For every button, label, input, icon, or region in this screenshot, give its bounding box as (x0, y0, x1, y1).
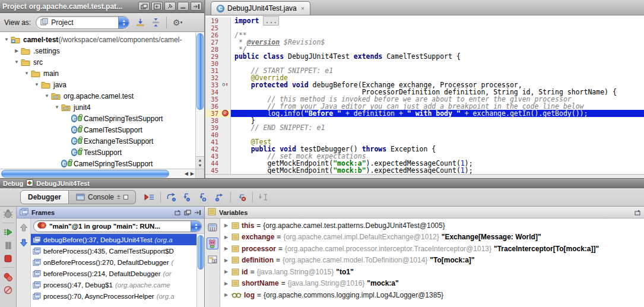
frame-row[interactable]: debugBefore():37, DebugJUnit4Test (org.a (31, 234, 196, 245)
expand-arrow-icon[interactable]: ▶ (223, 246, 229, 251)
chevron-down-icon[interactable]: ▼ (33, 82, 41, 87)
frames-vertical-scrollbar[interactable] (196, 234, 204, 307)
scrollbar-arrows[interactable]: ▲▼ (196, 156, 204, 169)
float-small-icon[interactable] (123, 195, 128, 200)
scrollbar-thumb[interactable] (198, 235, 204, 270)
tree-item-src[interactable]: ▼src (0, 56, 195, 68)
tree-item-camel-test[interactable]: ▼camel-test (/workspace/camel/components… (0, 34, 195, 45)
variable-row-shortName[interactable]: ▶shortName = {java.lang.String@1016}"moc… (220, 278, 644, 290)
hide-right-icon[interactable] (194, 210, 201, 216)
chevron-down-icon[interactable]: ▼ (43, 93, 51, 99)
select-stepper-icon[interactable]: ▲▼ (118, 17, 129, 29)
thread-select[interactable]: "main"@1 in group "main": RUN... ▲▼ (33, 220, 202, 232)
evaluate-expression-icon[interactable] (207, 221, 218, 233)
float-window-icon[interactable] (184, 210, 191, 216)
editor-gutter[interactable] (221, 88, 231, 96)
breakpoint-icon[interactable]: ✓ (222, 110, 229, 116)
editor-gutter[interactable] (221, 53, 231, 60)
variable-row-this[interactable]: ▶this = {org.apache.camel.test.patterns.… (220, 220, 644, 232)
editor-horizontal-scrollbar[interactable] (205, 174, 644, 178)
frame-row[interactable]: process():70, AsyncProcessorHelper (org.… (31, 290, 196, 302)
editor-gutter[interactable] (221, 167, 231, 174)
select-stepper-icon[interactable]: ▲▼ (191, 221, 201, 232)
frame-row[interactable]: beforeProcess():435, CamelTestSupport$D (31, 245, 196, 257)
mute-breakpoints-icon[interactable] (2, 284, 14, 295)
project-horizontal-scrollbar[interactable]: ◀▶ (0, 169, 195, 178)
restore-icon[interactable] (175, 210, 181, 216)
variable-row-id[interactable]: ▶id = {java.lang.String@1015}"to1" (220, 266, 644, 278)
tree-item-junit4[interactable]: ▼junit4 (0, 102, 195, 113)
view-breakpoints-icon[interactable] (2, 271, 14, 282)
settings-gear-icon[interactable]: ⚙▾ (172, 17, 183, 29)
override-method-icon[interactable]: o↑ (222, 81, 229, 88)
tree-item-camelspringtestsupport[interactable]: CCamelSpringTestSupport (0, 113, 195, 124)
expand-arrow-icon[interactable]: ▶ (223, 235, 229, 240)
resume-icon[interactable] (2, 227, 14, 238)
frame-down-icon[interactable] (20, 238, 28, 247)
editor-gutter[interactable] (221, 117, 231, 124)
editor-gutter[interactable] (221, 60, 231, 67)
editor-gutter[interactable] (221, 96, 231, 103)
editor-gutter[interactable] (221, 39, 231, 46)
scrollbar-arrows[interactable]: ◀▶ (185, 169, 194, 178)
hide-right-icon[interactable] (191, 2, 202, 11)
show-execution-point-icon[interactable] (144, 192, 155, 202)
step-over-icon[interactable] (166, 192, 177, 202)
force-step-into-icon[interactable]: ! (198, 192, 209, 202)
project-vertical-scrollbar[interactable]: ▲▼ (195, 32, 204, 169)
variable-row-log[interactable]: ▶log = {org.apache.commons.logging.impl.… (220, 289, 644, 301)
expand-arrow-icon[interactable]: ▶ (223, 292, 229, 297)
editor-gutter[interactable] (221, 145, 231, 153)
expand-arrow-icon[interactable]: ▶ (223, 223, 229, 228)
editor-gutter[interactable] (221, 153, 231, 160)
editor-gutter[interactable] (221, 74, 231, 81)
close-icon[interactable]: × (301, 5, 304, 12)
dock-icon[interactable] (151, 2, 163, 11)
step-into-icon[interactable] (182, 192, 193, 202)
scrollbar-thumb[interactable] (1, 170, 169, 178)
frame-up-icon[interactable] (20, 223, 28, 232)
variable-row-processor[interactable]: ▶processor = {org.apache.camel.processor… (220, 243, 644, 255)
drop-frame-icon[interactable] (236, 192, 247, 202)
editor-gutter[interactable] (221, 124, 231, 131)
view-as-select[interactable]: Project ▲▼ (36, 16, 129, 29)
float-window-icon[interactable] (138, 2, 150, 11)
chevron-down-icon[interactable]: ▼ (2, 37, 11, 42)
tree-item--settings[interactable]: ▶.settings (0, 45, 195, 56)
editor-gutter[interactable]: o↑ (221, 81, 231, 88)
run-to-cursor-icon[interactable] (258, 192, 269, 202)
expand-arrow-icon[interactable]: ▶ (223, 269, 229, 274)
editor-gutter[interactable] (221, 46, 231, 53)
pin-icon[interactable] (164, 2, 176, 11)
editor-gutter[interactable] (221, 67, 231, 74)
collapse-all-icon[interactable] (150, 17, 161, 29)
expand-arrow-icon[interactable]: ▶ (223, 281, 229, 286)
chevron-down-icon[interactable]: ▼ (23, 71, 31, 76)
editor-gutter[interactable]: ✓ (221, 110, 231, 117)
editor-gutter[interactable] (221, 31, 231, 39)
editor-gutter[interactable] (221, 24, 231, 31)
editor-gutter[interactable] (221, 131, 231, 138)
variable-row-exchange[interactable]: ▶exchange = {org.apache.camel.impl.Defau… (220, 232, 644, 243)
tree-item-exchangetestsupport[interactable]: CExchangeTestSupport (0, 135, 195, 147)
tree-item-main[interactable]: ▼main (0, 68, 195, 79)
step-out-icon[interactable] (214, 192, 225, 202)
stop-icon[interactable] (2, 253, 14, 264)
tree-item-cameltestsupport[interactable]: CCamelTestSupport (0, 124, 195, 135)
variable-row-definition[interactable]: ▶definition = {org.apache.camel.model.To… (220, 255, 644, 267)
minimize-icon[interactable] (177, 2, 189, 11)
scrollbar-thumb[interactable] (196, 33, 204, 110)
frame-row[interactable]: beforeProcess():214, DefaultDebugger (or (31, 268, 196, 279)
chevron-down-icon[interactable]: ▼ (12, 59, 21, 65)
debug-titlebar[interactable]: Debug DebugJUnit4Test (0, 179, 644, 188)
editor-gutter[interactable] (221, 17, 231, 24)
tree-item-camelspringtestsupport[interactable]: CCamelSpringTestSupport (0, 158, 195, 169)
expand-arrow-icon[interactable]: ▶ (223, 258, 229, 263)
editor-gutter[interactable] (221, 160, 231, 167)
expand-all-icon[interactable] (134, 17, 146, 29)
editor-tab[interactable]: C DebugJUnit4Test.java × (211, 1, 310, 15)
restore-icon[interactable] (635, 210, 641, 216)
chevron-down-icon[interactable]: ▼ (53, 105, 61, 110)
editor-gutter[interactable] (221, 103, 231, 110)
chevron-right-icon[interactable]: ▶ (12, 48, 21, 53)
